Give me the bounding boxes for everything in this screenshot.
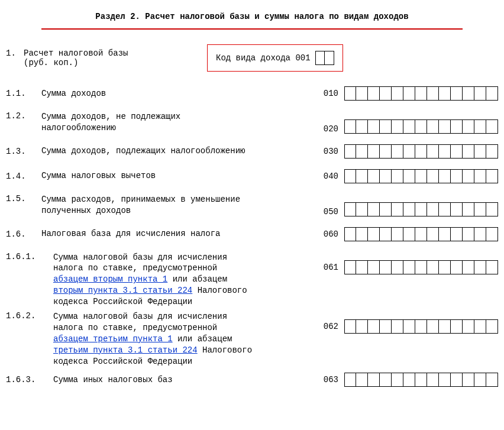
input-cells-030[interactable] xyxy=(344,144,498,159)
row-label: Сумма налоговой базы для исчисления нало… xyxy=(41,311,315,367)
header-num: 1. xyxy=(6,49,24,58)
input-cells-040[interactable] xyxy=(344,169,498,183)
row-010: 1.1. Сумма доходов 010 xyxy=(6,86,498,101)
row-label: Сумма доходов xyxy=(41,88,315,99)
row-label: Налоговая база для исчисления налога xyxy=(41,228,315,240)
row-061: 1.6.1. Сумма налоговой базы для исчислен… xyxy=(6,252,498,308)
row-062: 1.6.2. Сумма налоговой базы для исчислен… xyxy=(6,311,498,367)
income-type-code-box: Код вида дохода 001 xyxy=(207,44,343,72)
row-num: 1.2. xyxy=(6,111,41,121)
header-label: Расчет налоговой базы(руб. коп.) xyxy=(24,49,128,67)
link-abz2-p31-224[interactable]: вторым пункта 3.1 статьи 224 xyxy=(53,286,192,295)
row-code: 061 xyxy=(315,252,344,272)
input-cells-010[interactable] xyxy=(344,86,498,101)
row-label: Сумма налоговых вычетов xyxy=(41,170,315,182)
row-code: 020 xyxy=(315,124,344,134)
header-row: 1.Расчет налоговой базы(руб. коп.) Код в… xyxy=(6,44,498,72)
row-label: Сумма доходов, подлежащих налогообложени… xyxy=(41,146,315,157)
row-label: Сумма налоговой базы для исчисления нало… xyxy=(41,252,315,308)
row-num: 1.6. xyxy=(6,229,41,239)
row-040: 1.4. Сумма налоговых вычетов 040 xyxy=(6,169,498,183)
input-cells-062[interactable] xyxy=(344,319,498,334)
row-label: Сумма иных налоговых баз xyxy=(41,374,315,386)
link-abz3-p1[interactable]: абзацем третьим пункта 1 xyxy=(53,334,173,344)
row-050: 1.5. Сумма расходов, принимаемых в умень… xyxy=(6,194,498,216)
row-label: Сумма расходов, принимаемых в уменьшение… xyxy=(41,194,315,216)
row-num: 1.4. xyxy=(6,172,41,181)
input-cells-020[interactable] xyxy=(344,119,498,134)
row-060: 1.6. Налоговая база для исчисления налог… xyxy=(6,227,498,241)
input-cells-060[interactable] xyxy=(344,227,498,241)
link-abz2-p1[interactable]: абзацем вторым пункта 1 xyxy=(53,274,167,284)
row-num: 1.1. xyxy=(6,89,41,98)
link-abz3-p31-224[interactable]: третьим пункта 3.1 статьи 224 xyxy=(53,345,198,355)
row-code: 040 xyxy=(315,172,344,181)
row-030: 1.3. Сумма доходов, подлежащих налогообл… xyxy=(6,144,498,159)
input-cells-061[interactable] xyxy=(344,260,498,274)
row-num: 1.6.3. xyxy=(6,375,41,384)
section-title: Раздел 2. Расчет налоговой базы и суммы … xyxy=(41,12,463,30)
row-020: 1.2. Сумма доходов, не подлежащих налого… xyxy=(6,111,498,134)
row-code: 062 xyxy=(315,311,344,331)
input-cells-050[interactable] xyxy=(344,202,498,216)
row-num: 1.6.2. xyxy=(6,311,41,321)
row-code: 050 xyxy=(315,207,344,216)
row-code: 060 xyxy=(315,229,344,239)
row-code: 063 xyxy=(315,375,344,384)
row-num: 1.3. xyxy=(6,147,41,156)
row-label: Сумма доходов, не подлежащих налогооблож… xyxy=(41,111,315,134)
income-type-code-cells[interactable] xyxy=(315,51,334,65)
row-code: 010 xyxy=(315,89,344,98)
income-type-code-label: Код вида дохода 001 xyxy=(216,53,311,63)
row-num: 1.6.1. xyxy=(6,252,41,261)
row-num: 1.5. xyxy=(6,194,41,203)
input-cells-063[interactable] xyxy=(344,373,498,387)
row-code: 030 xyxy=(315,147,344,156)
row-063: 1.6.3. Сумма иных налоговых баз 063 xyxy=(6,373,498,387)
